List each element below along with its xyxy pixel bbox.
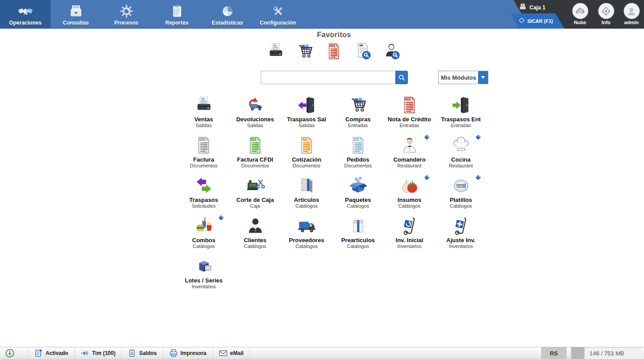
module-category: Documentos <box>332 163 384 169</box>
status-bar: Activado Tim (100) $ Saldos Impresora eM… <box>0 347 644 359</box>
tab-configuración[interactable]: Configuración <box>253 0 303 29</box>
tab-label: Operaciones <box>9 20 42 26</box>
power-icon[interactable] <box>5 348 15 358</box>
module-category: Restaurant <box>435 163 487 169</box>
doc-red-icon: CFDI <box>399 95 420 115</box>
module-corte-de-caja[interactable]: Corte de CajaCaja <box>229 172 281 213</box>
handtruck-refresh-icon <box>399 216 420 236</box>
module-proveedores[interactable]: ProveedoresCatálogos <box>281 213 332 253</box>
search-button[interactable] <box>395 71 408 84</box>
module-comandero[interactable]: ComanderoRestaurant <box>384 132 435 172</box>
module-clientes[interactable]: ClientesCatálogos <box>229 213 281 253</box>
favorite-shortcut[interactable] <box>382 42 402 63</box>
module-search-input[interactable] <box>261 71 395 84</box>
svg-text:1 2 3: 1 2 3 <box>206 268 210 270</box>
tab-reportes[interactable]: Reportes <box>152 0 202 29</box>
module-category: Salidas <box>229 123 281 128</box>
module-ventas[interactable]: VentasSalidas <box>178 92 229 132</box>
memory-usage-bar: 146 / 753 MB <box>571 347 643 359</box>
svg-text:$: $ <box>131 351 133 356</box>
module-label: Factura <box>178 157 229 163</box>
module-label: Lotes / Series <box>178 278 229 284</box>
handtruck-plus-icon <box>451 216 471 236</box>
module-insumos[interactable]: InsumosCatálogos <box>384 172 435 213</box>
module-label: Pedidos <box>332 157 384 163</box>
gear-icon <box>119 4 134 18</box>
quick-action-label: admin <box>616 20 644 25</box>
doc-gray-icon: FACT <box>194 135 214 156</box>
doc-green-icon: CFDI <box>245 135 266 156</box>
module-filter-dropdown[interactable]: Mis Módulos <box>438 71 488 84</box>
module-label: Paquetes <box>332 197 384 203</box>
envelope-icon <box>219 349 228 358</box>
module-devoluciones[interactable]: DevolucionesSalidas <box>229 92 281 132</box>
module-paquetes[interactable]: PaquetesCatálogos <box>332 172 384 213</box>
module-nota-de-cr-dito[interactable]: CFDI Nota de CréditoEntradas <box>384 92 435 132</box>
module-traspasos-ent[interactable]: Traspasos EntEntradas <box>435 92 487 132</box>
module-combos[interactable]: CombosCatálogos <box>178 213 229 253</box>
favorite-shortcut[interactable] <box>353 42 373 63</box>
swap-arrows-icon <box>194 175 214 196</box>
module-label: Preartículos <box>332 237 384 244</box>
module-category: Entradas <box>384 123 435 128</box>
module-traspasos[interactable]: TraspasosSolicitudes <box>178 172 229 213</box>
doc-red-icon: CFDI <box>324 42 344 61</box>
status-item-tim-100-[interactable]: Tim (100) <box>74 347 121 359</box>
module-label: Devoluciones <box>229 116 281 123</box>
tab-procesos[interactable]: Procesos <box>101 0 152 29</box>
quick-action-admin[interactable]: admin <box>616 3 644 25</box>
module-art-culos[interactable]: ArtículosCatálogos <box>281 172 332 213</box>
favorite-shortcut[interactable] <box>295 42 315 63</box>
module-label: Compras <box>332 116 384 123</box>
module-lotes-series[interactable]: 1 2 3 1 2 3Lotes / SeriesInventarios <box>178 253 229 293</box>
cash-register-label: Caja 1 <box>530 4 545 11</box>
module-label: Clientes <box>229 237 281 244</box>
module-preart-culos[interactable]: PreartículosCatálogos <box>332 213 384 253</box>
module-cotizaci-n[interactable]: COTIZA CotizaciónDocumentos <box>281 132 332 172</box>
memory-usage-label: 146 / 753 MB <box>571 347 643 359</box>
module-label: Corte de Caja <box>229 197 281 203</box>
favorite-shortcut[interactable] <box>266 42 286 63</box>
info-diamond-icon <box>601 6 611 17</box>
module-ajuste-inv-[interactable]: Ajuste Inv.Inventarios <box>435 213 487 253</box>
module-category: Catálogos <box>229 244 281 249</box>
tab-operaciones[interactable]: Operaciones <box>0 0 51 29</box>
module-platillos[interactable]: PlatillosCatálogos <box>435 172 487 213</box>
status-item-saldos[interactable]: $ Saldos <box>121 347 162 359</box>
module-category: Entradas <box>435 123 487 128</box>
module-cocina[interactable]: CocinaRestaurant <box>435 132 487 172</box>
module-factura[interactable]: FACT FacturaDocumentos <box>178 132 229 172</box>
module-label: Insumos <box>384 197 435 203</box>
tab-consultas[interactable]: Consultas <box>51 0 101 29</box>
status-item-impresora[interactable]: Impresora <box>163 347 212 359</box>
module-factura-cfdi[interactable]: CFDI Factura CFDIDocumentos <box>229 132 281 172</box>
favorite-shortcut[interactable]: CFDI <box>324 42 344 63</box>
module-pedidos[interactable]: PEDIDO PedidosDocumentos <box>332 132 384 172</box>
register-cut-icon <box>245 175 266 196</box>
chevron-down-icon[interactable] <box>478 71 488 84</box>
svg-text:COTIZA: COTIZA <box>301 139 308 141</box>
status-item-activado[interactable]: Activado <box>28 347 74 359</box>
badge-diamond-icon <box>424 134 430 140</box>
module-category: Inventarios <box>435 244 487 249</box>
status-item-label: Impresora <box>181 350 207 356</box>
person-search-icon <box>382 42 402 61</box>
module-category: Catálogos <box>178 244 229 249</box>
status-items: Activado Tim (100) $ Saldos Impresora eM… <box>28 347 250 359</box>
module-compras[interactable]: ComprasEntradas <box>332 92 384 132</box>
module-inv-inicial[interactable]: Inv. InicialInventarios <box>384 213 435 253</box>
svg-text:PEDIDO: PEDIDO <box>353 139 360 141</box>
status-item-label: eMail <box>230 350 244 356</box>
waiter-icon <box>399 135 420 156</box>
module-category: Documentos <box>178 163 229 169</box>
badge-diamond-icon <box>424 174 430 180</box>
sicar-f1-button[interactable]: SICAR (F1) <box>504 13 564 29</box>
module-traspasos-sal[interactable]: Traspasos SalSalidas <box>281 92 332 132</box>
badge-diamond-icon <box>218 214 224 220</box>
tab-estadísticas[interactable]: Estadísticas <box>202 0 253 29</box>
status-badge: RS <box>541 347 567 359</box>
module-label: Ajuste Inv. <box>435 237 487 244</box>
module-category: Documentos <box>229 163 281 169</box>
module-label: Platillos <box>435 197 487 203</box>
status-item-email[interactable]: eMail <box>212 347 250 359</box>
